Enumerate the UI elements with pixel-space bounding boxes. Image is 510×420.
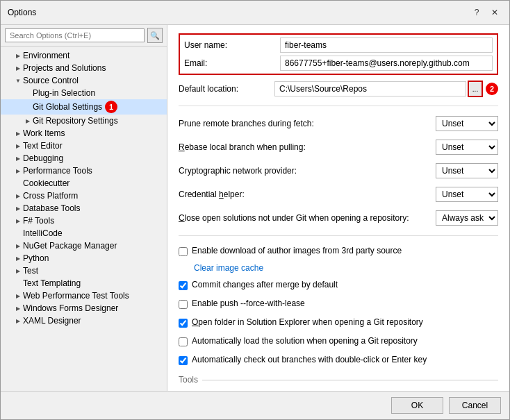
options-dialog: Options ? ✕ 🔍 ▶ Environment ▶ Proj [0, 0, 510, 420]
tree-item-fsharp[interactable]: ▶ F# Tools [1, 215, 167, 227]
tree-item-nuget[interactable]: ▶ NuGet Package Manager [1, 240, 167, 252]
tree-item-performance-tools[interactable]: ▶ Performance Tools [1, 165, 167, 177]
username-row: User name: [184, 37, 493, 53]
rebase-select[interactable]: UnsetTrueFalse [436, 140, 498, 155]
tree-label-nuget: NuGet Package Manager [23, 241, 117, 251]
tools-header-label: Tools [179, 375, 198, 385]
tree-item-projects-solutions[interactable]: ▶ Projects and Solutions [1, 62, 167, 74]
tree-arrow-fsharp: ▶ [13, 218, 23, 224]
bottom-bar: OK Cancel [1, 391, 509, 419]
tree-arrow-cross: ▶ [13, 193, 23, 199]
badge-2: 2 [486, 83, 498, 95]
tree-label-git-repo: Git Repository Settings [33, 116, 118, 126]
tree-item-python[interactable]: ▶ Python [1, 252, 167, 264]
auto-load-checkbox[interactable] [179, 337, 188, 346]
auto-checkout-label[interactable]: Automatically check out branches with do… [192, 355, 427, 364]
tree-label-xaml: XAML Designer [23, 316, 81, 326]
enable-download-label[interactable]: Enable download of author images from 3r… [192, 246, 402, 255]
location-input[interactable] [274, 81, 466, 96]
close-solutions-select[interactable]: Always askYesNo [436, 210, 498, 226]
dialog-title: Options [8, 8, 36, 17]
search-button[interactable]: 🔍 [147, 28, 163, 43]
tree-item-git-global-settings[interactable]: ▶ Git Global Settings 1 [1, 99, 167, 115]
auto-load-label[interactable]: Automatically load the solution when ope… [192, 336, 418, 346]
title-bar-controls: ? ✕ [469, 5, 502, 20]
commit-changes-checkbox[interactable] [179, 281, 188, 290]
tree-item-cross-platform[interactable]: ▶ Cross Platform [1, 190, 167, 202]
tree-arrow-environment: ▶ [13, 53, 23, 59]
tree-item-intellicode[interactable]: ▶ IntelliCode [1, 227, 167, 240]
tree-item-web-perf[interactable]: ▶ Web Performance Test Tools [1, 289, 167, 302]
tree-arrow-db: ▶ [13, 205, 23, 212]
tree-arrow-debugging: ▶ [13, 156, 23, 162]
tree-item-debugging[interactable]: ▶ Debugging [1, 152, 167, 165]
open-folder-label[interactable]: Open folder in Solution Explorer when op… [192, 317, 423, 327]
email-input[interactable] [280, 56, 493, 71]
tree-arrow-source-control: ▼ [13, 78, 23, 84]
commit-changes-label[interactable]: Commit changes after merge by default [192, 280, 338, 289]
tree-item-plugin-selection[interactable]: ▶ Plug-in Selection [1, 87, 167, 99]
default-location-row: Default location: ... 2 [179, 81, 498, 97]
help-button[interactable]: ? [469, 5, 484, 20]
tree-label-intellicode: IntelliCode [23, 228, 63, 238]
tree-item-git-repo-settings[interactable]: ▶ Git Repository Settings [1, 115, 167, 127]
tree-item-environment[interactable]: ▶ Environment [1, 49, 167, 62]
tree-label-perf: Performance Tools [23, 166, 92, 176]
open-folder-checkbox[interactable] [179, 319, 188, 328]
tree-item-text-editor[interactable]: ▶ Text Editor [1, 140, 167, 152]
separator-1 [179, 106, 498, 106]
tree-label-plugin: Plug-in Selection [33, 88, 95, 98]
tree-label-python: Python [23, 253, 49, 263]
auto-checkout-row: Automatically check out branches with do… [179, 353, 498, 367]
username-input[interactable] [280, 37, 493, 53]
tree-item-text-templating[interactable]: ▶ Text Templating [1, 277, 167, 289]
tree-item-source-control[interactable]: ▼ Source Control [1, 74, 167, 87]
tree-label-winforms: Windows Forms Designer [23, 303, 118, 313]
auto-load-row: Automatically load the solution when ope… [179, 335, 498, 348]
browse-button[interactable]: ... [468, 81, 483, 97]
tools-section: Tools Diff Tool: None | Use Visual Studi… [179, 375, 498, 391]
prune-row: Prune remote branches during fetch: Unse… [179, 115, 498, 133]
default-location-label: Default location: [179, 84, 269, 94]
prune-select[interactable]: UnsetTrueFalse [436, 116, 498, 131]
browse-dots: ... [472, 85, 478, 93]
enable-push-checkbox[interactable] [179, 300, 188, 309]
cancel-button[interactable]: Cancel [449, 397, 501, 414]
tree-label-web-perf: Web Performance Test Tools [23, 291, 129, 301]
tree-item-winforms[interactable]: ▶ Windows Forms Designer [1, 302, 167, 314]
tree-label-templating: Text Templating [23, 278, 81, 288]
crypto-select[interactable]: UnsetTrueFalse [436, 163, 498, 178]
location-input-group: ... 2 [274, 81, 498, 97]
credential-label: Credential helper: [179, 190, 430, 199]
search-box: 🔍 [1, 25, 167, 47]
credential-select[interactable]: UnsetTrueFalse [436, 187, 498, 202]
tree-view: ▶ Environment ▶ Projects and Solutions ▼… [1, 47, 167, 391]
close-solutions-label: Close open solutions not under Git when … [179, 213, 430, 223]
tree-label-debugging: Debugging [23, 153, 63, 163]
tree-item-cookiecutter[interactable]: ▶ Cookiecutter [1, 177, 167, 190]
clear-cache-link[interactable]: Clear image cache [194, 263, 498, 273]
search-input[interactable] [5, 28, 145, 42]
tree-arrow-xaml: ▶ [13, 318, 23, 324]
tree-item-test[interactable]: ▶ Test [1, 264, 167, 277]
tree-arrow-work: ▶ [13, 131, 23, 137]
tree-arrow-text-editor: ▶ [13, 143, 23, 149]
enable-push-label[interactable]: Enable push --force-with-lease [192, 299, 305, 308]
enable-download-checkbox[interactable] [179, 247, 188, 256]
open-folder-row: Open folder in Solution Explorer when op… [179, 316, 498, 329]
tree-label-cookie: Cookiecutter [23, 178, 69, 188]
tree-item-work-items[interactable]: ▶ Work Items [1, 127, 167, 140]
close-solutions-row: Close open solutions not under Git when … [179, 209, 498, 227]
ok-button[interactable]: OK [391, 397, 443, 414]
auto-checkout-checkbox[interactable] [179, 356, 188, 365]
tree-label-work: Work Items [23, 128, 65, 138]
tree-label-db: Database Tools [23, 203, 81, 213]
tree-arrow-nuget: ▶ [13, 243, 23, 249]
enable-push-row: Enable push --force-with-lease [179, 297, 498, 310]
close-button[interactable]: ✕ [487, 5, 502, 20]
tree-arrow-web-perf: ▶ [13, 293, 23, 299]
enable-download-row: Enable download of author images from 3r… [179, 244, 498, 258]
tree-item-database-tools[interactable]: ▶ Database Tools [1, 202, 167, 215]
badge-1: 1 [105, 101, 117, 113]
tree-item-xaml[interactable]: ▶ XAML Designer [1, 314, 167, 327]
